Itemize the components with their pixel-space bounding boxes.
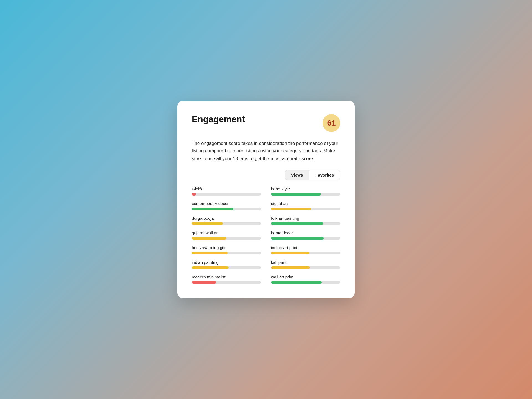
bar-track [271, 281, 340, 284]
bar-track [271, 237, 340, 240]
bar-track [192, 208, 261, 210]
bar-fill [192, 281, 216, 284]
bar-track [271, 252, 340, 254]
tag-label: folk art painting [271, 216, 340, 221]
bar-fill [192, 237, 226, 240]
bar-fill [192, 266, 229, 269]
tag-item: indian art print [271, 245, 340, 254]
tag-label: digital art [271, 201, 340, 206]
bar-track [192, 193, 261, 196]
tag-item: wall art print [271, 275, 340, 284]
toggle-group: Views Favorites [285, 170, 340, 180]
tag-item: folk art painting [271, 216, 340, 225]
bar-fill [192, 252, 228, 254]
bar-track [192, 281, 261, 284]
bar-fill [271, 252, 309, 254]
bar-fill [192, 208, 233, 210]
tag-item: indian painting [192, 260, 261, 269]
tag-item: durga pooja [192, 216, 261, 225]
tag-label: home decor [271, 231, 340, 235]
bar-track [271, 266, 340, 269]
tag-label: boho style [271, 186, 340, 191]
tag-label: gujarat wall art [192, 231, 261, 235]
tags-grid: Giclée boho style contemporary decor dig… [192, 186, 340, 284]
bar-track [271, 193, 340, 196]
bar-fill [271, 266, 310, 269]
tag-item: gujarat wall art [192, 231, 261, 240]
bar-track [192, 222, 261, 225]
card-header: Engagement 61 [192, 114, 340, 132]
bar-fill [192, 222, 223, 225]
bar-track [192, 266, 261, 269]
bar-track [271, 208, 340, 210]
score-badge: 61 [323, 114, 340, 132]
description-text: The engagement score takes in considerat… [192, 140, 340, 162]
bar-fill [271, 193, 321, 196]
bar-fill [271, 208, 311, 210]
tag-label: durga pooja [192, 216, 261, 221]
tag-label: indian painting [192, 260, 261, 265]
tag-label: housewarming gift [192, 245, 261, 250]
tag-item: modern minimalist [192, 275, 261, 284]
bar-fill [192, 193, 196, 196]
card-title: Engagement [192, 114, 245, 124]
tag-item: contemporary decor [192, 201, 261, 210]
toggle-bar: Views Favorites [192, 170, 340, 180]
bar-fill [271, 281, 322, 284]
tag-item: digital art [271, 201, 340, 210]
tag-label: contemporary decor [192, 201, 261, 206]
tag-label: indian art print [271, 245, 340, 250]
tag-item: home decor [271, 231, 340, 240]
tag-item: boho style [271, 186, 340, 196]
tag-label: modern minimalist [192, 275, 261, 279]
bar-fill [271, 222, 323, 225]
views-toggle-button[interactable]: Views [285, 170, 309, 180]
tag-label: wall art print [271, 275, 340, 279]
tag-label: Giclée [192, 186, 261, 191]
favorites-toggle-button[interactable]: Favorites [309, 170, 340, 180]
tag-label: kali print [271, 260, 340, 265]
bar-fill [271, 237, 324, 240]
tag-item: Giclée [192, 186, 261, 196]
bar-track [192, 252, 261, 254]
tag-item: kali print [271, 260, 340, 269]
tag-item: housewarming gift [192, 245, 261, 254]
engagement-card: Engagement 61 The engagement score takes… [177, 101, 355, 298]
bar-track [192, 237, 261, 240]
bar-track [271, 222, 340, 225]
